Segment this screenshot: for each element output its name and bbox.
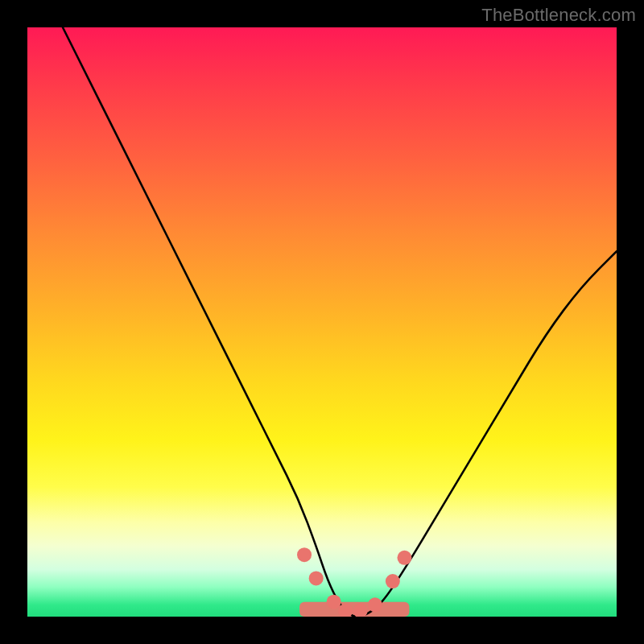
curve-layer <box>27 27 617 617</box>
marker-dot <box>368 597 382 612</box>
marker-dot <box>386 574 400 588</box>
bottleneck-curve <box>63 27 617 617</box>
watermark-text: TheBottleneck.com <box>481 5 636 26</box>
chart-frame: TheBottleneck.com <box>0 0 644 644</box>
marker-dot <box>297 547 312 562</box>
marker-dot <box>397 551 411 565</box>
marker-dot <box>327 595 341 609</box>
plot-area <box>27 27 617 617</box>
marker-dot <box>309 571 324 585</box>
